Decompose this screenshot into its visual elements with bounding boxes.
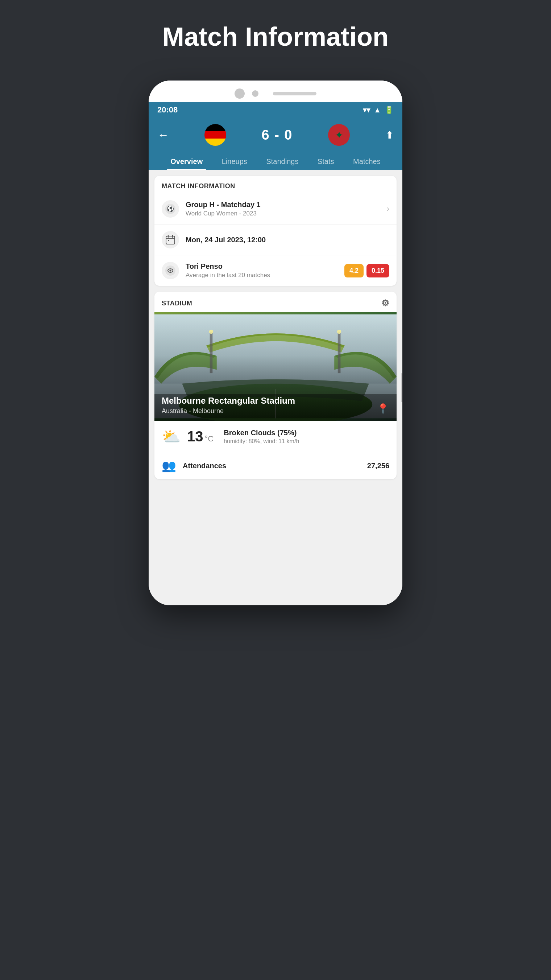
svg-text:⚽: ⚽ <box>167 205 174 212</box>
location-pin-icon[interactable]: 📍 <box>376 403 389 415</box>
signal-icon: ▲ <box>374 106 381 114</box>
stadium-title: STADIUM <box>162 299 192 307</box>
phone-camera-extra <box>252 90 259 97</box>
temperature-unit: °C <box>205 434 214 444</box>
match-info-header: MATCH INFORMATION <box>154 176 397 194</box>
svg-point-9 <box>170 270 171 272</box>
weather-detail: humidity: 80%, wind: 11 km/h <box>224 438 389 445</box>
phone-speaker <box>273 92 316 95</box>
phone-top-bar <box>149 81 402 102</box>
tab-lineups[interactable]: Lineups <box>218 152 251 170</box>
weather-description: Broken Clouds (75%) humidity: 80%, wind:… <box>224 429 389 445</box>
date-icon <box>162 231 179 248</box>
tab-matches[interactable]: Matches <box>349 152 384 170</box>
scroll-indicator[interactable] <box>401 373 402 402</box>
competition-title: Group H - Matchday 1 <box>186 200 380 209</box>
attendance-icon: 👥 <box>162 459 176 473</box>
world-cup-icon: ⚽ <box>165 203 176 215</box>
badge-yellow-cards: 4.2 <box>345 264 364 277</box>
morocco-star: ✦ <box>335 129 343 141</box>
flag-germany <box>205 124 226 146</box>
status-bar: 20:08 ▾▾ ▲ 🔋 <box>149 102 402 118</box>
date-row: Mon, 24 Jul 2023, 12:00 <box>154 224 397 255</box>
tab-stats[interactable]: Stats <box>314 152 338 170</box>
status-time: 20:08 <box>157 105 178 115</box>
match-header: ← 6 - 0 ✦ ⬆ Overview Lineups Standings <box>149 118 402 170</box>
status-icons: ▾▾ ▲ 🔋 <box>363 105 394 114</box>
share-button[interactable]: ⬆ <box>385 129 394 141</box>
match-info-title: MATCH INFORMATION <box>162 183 235 190</box>
gear-icon[interactable]: ⚙ <box>381 298 390 308</box>
referee-text: Tori Penso Average in the last 20 matche… <box>186 262 338 279</box>
wifi-icon: ▾▾ <box>363 105 370 114</box>
stadium-header: STADIUM ⚙ <box>154 292 397 312</box>
stadium-name-group: Melbourne Rectangular Stadium Australia … <box>162 396 295 415</box>
badge-red-cards: 0.15 <box>367 264 389 277</box>
calendar-icon <box>165 235 175 245</box>
back-button[interactable]: ← <box>157 128 169 142</box>
weather-condition: Broken Clouds (75%) <box>224 429 389 437</box>
referee-name: Tori Penso <box>186 262 338 270</box>
temperature-value: 13 <box>187 428 203 445</box>
battery-icon: 🔋 <box>384 105 394 114</box>
chevron-right-icon: › <box>387 204 389 214</box>
match-info-card: MATCH INFORMATION ⚽ Group H - Matchday 1… <box>154 176 397 286</box>
content-area: MATCH INFORMATION ⚽ Group H - Matchday 1… <box>149 170 402 605</box>
match-score: 6 - 0 <box>261 127 292 143</box>
svg-rect-2 <box>166 236 175 244</box>
stadium-location: Australia - Melbourne <box>162 407 295 415</box>
competition-row[interactable]: ⚽ Group H - Matchday 1 World Cup Women -… <box>154 194 397 224</box>
page-title: Match Information <box>162 22 389 51</box>
attendance-label: Attendances <box>183 462 361 470</box>
match-score-row: ← 6 - 0 ✦ ⬆ <box>157 124 394 152</box>
weather-row: ⛅ 13 °C Broken Clouds (75%) humidity: 80… <box>154 421 397 452</box>
phone-camera <box>235 89 245 99</box>
flag-morocco: ✦ <box>328 124 350 146</box>
competition-text: Group H - Matchday 1 World Cup Women - 2… <box>186 200 380 217</box>
attendance-row: 👥 Attendances 27,256 <box>154 452 397 479</box>
competition-subtitle: World Cup Women - 2023 <box>186 210 380 217</box>
referee-icon <box>162 262 179 279</box>
referee-row: Tori Penso Average in the last 20 matche… <box>154 255 397 286</box>
svg-rect-6 <box>168 240 169 241</box>
eye-icon <box>165 265 176 276</box>
stadium-image: Melbourne Rectangular Stadium Australia … <box>154 312 397 421</box>
competition-icon: ⚽ <box>162 200 179 218</box>
referee-badges: 4.2 0.15 <box>345 264 389 277</box>
attendance-value: 27,256 <box>367 462 389 470</box>
date-title: Mon, 24 Jul 2023, 12:00 <box>186 236 389 244</box>
weather-icon: ⛅ <box>162 428 181 445</box>
temperature-display: 13 °C <box>187 428 213 445</box>
stadium-card: STADIUM ⚙ <box>154 292 397 479</box>
referee-subtitle: Average in the last 20 matches <box>186 272 338 279</box>
stadium-name: Melbourne Rectangular Stadium <box>162 396 295 406</box>
date-text: Mon, 24 Jul 2023, 12:00 <box>186 236 389 244</box>
phone-shell: 20:08 ▾▾ ▲ 🔋 ← 6 - 0 ✦ ⬆ <box>149 81 402 605</box>
tab-standings[interactable]: Standings <box>262 152 302 170</box>
tabs-bar: Overview Lineups Standings Stats Matches <box>157 152 394 170</box>
tab-overview[interactable]: Overview <box>167 152 206 170</box>
stadium-info-overlay: Melbourne Rectangular Stadium Australia … <box>154 390 397 421</box>
